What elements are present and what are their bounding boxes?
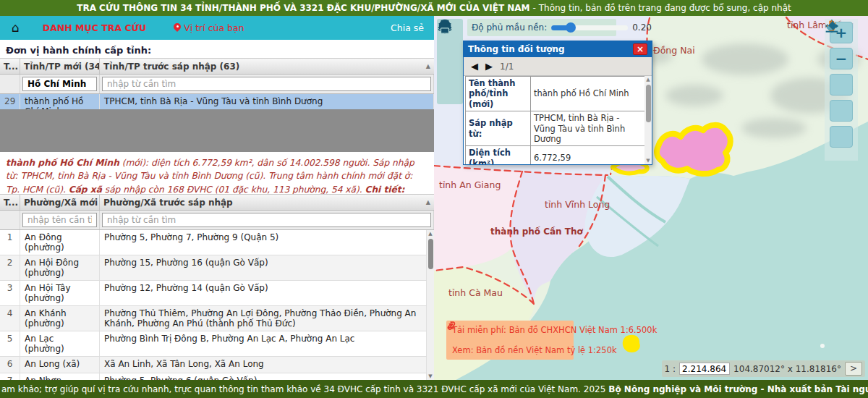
column-header-index[interactable]: T... ⇅ bbox=[0, 59, 20, 74]
opacity-slider[interactable] bbox=[551, 25, 628, 30]
popup-attribute-row: Tên thành phố/tỉnh (mới)thành phố Hồ Chí… bbox=[466, 77, 646, 111]
ward-new-name: An Nhơn (phường) bbox=[20, 373, 100, 380]
column-header-index[interactable]: T... ⇅ bbox=[0, 195, 20, 210]
printer-icon[interactable] bbox=[437, 19, 453, 35]
page-count: 1/1 bbox=[500, 62, 514, 72]
sort-asc-icon: ▲ bbox=[426, 199, 430, 206]
ward-filter-row bbox=[0, 211, 434, 230]
ward-new-name: An Khánh (phường) bbox=[20, 306, 100, 331]
province-description: thành phố Hồ Chí Minh (mới): diện tích 6… bbox=[0, 152, 434, 194]
next-page-icon[interactable]: ▶ bbox=[485, 62, 493, 71]
column-label: Phường/Xã mới bbox=[24, 198, 98, 208]
province-table-header: T... ⇅ Tỉnh/TP mới (34) ▲ Tỉnh/TP trước … bbox=[0, 59, 434, 75]
popup-header[interactable]: Thông tin đối tượng × bbox=[464, 41, 652, 57]
province-old-filter-input[interactable] bbox=[102, 77, 431, 91]
view-link-label: Xem: Bản đồ nền Việt Nam tỷ lệ 1:250k bbox=[452, 345, 617, 355]
location-pin-icon bbox=[174, 23, 181, 33]
zoom-out-button[interactable]: − bbox=[830, 48, 853, 69]
ward-table-row[interactable]: 6An Long (xã)Xã An Linh, Xã Tân Long, Xã… bbox=[0, 357, 427, 373]
app-window: TRA CỨU THÔNG TIN 34 TỈNH/THÀNH PHỐ VÀ 3… bbox=[0, 0, 868, 398]
attribute-value: TPHCM, tỉnh Bà Rịa - Vũng Tàu và tỉnh Bì… bbox=[531, 111, 646, 146]
ward-rows: 1An Đông (phường)Phường 5, Phường 7, Phư… bbox=[0, 230, 427, 380]
small-island bbox=[820, 344, 825, 348]
share-button[interactable]: Chia sẻ bbox=[391, 22, 424, 33]
province-new-filter-input[interactable] bbox=[22, 77, 97, 91]
prev-page-icon[interactable]: ◀ bbox=[471, 62, 478, 71]
row-index: 1 bbox=[0, 230, 20, 255]
attribute-label: Diện tích (km²) bbox=[466, 146, 531, 164]
slider-handle[interactable] bbox=[566, 22, 576, 33]
scroll-up-icon[interactable]: ▲ bbox=[427, 230, 434, 237]
scroll-down-icon[interactable]: ▼ bbox=[427, 373, 434, 380]
description-name: thành phố Hồ Chí Minh bbox=[6, 158, 119, 168]
description-text: sáp nhập còn 168 ĐVHC (01 đặc khu, 113 p… bbox=[102, 185, 365, 195]
download-link-label: Tải miễn phí: Bản đồ CHXHCN Việt Nam 1:6… bbox=[452, 325, 657, 335]
ward-table-header: T... ⇅ Phường/Xã mới ▲ Phường/Xã trước s… bbox=[0, 195, 434, 211]
link-icon bbox=[446, 321, 456, 331]
province-filter-row bbox=[0, 75, 434, 94]
ward-old-names: Phường Bình Trị Đông B, Phường An Lạc A,… bbox=[100, 331, 427, 356]
ward-old-names: Phường 5, Phường 7, Phường 9 (Quận 5) bbox=[100, 230, 427, 255]
footer-publisher: Bộ Nông nghiệp và Môi trường - Nhà xuất … bbox=[608, 384, 868, 394]
attribute-label: Tên thành phố/tỉnh (mới) bbox=[466, 77, 531, 111]
column-header-ward-old[interactable]: Phường/Xã trước sáp nhập ▲ bbox=[100, 195, 434, 210]
column-label: T... bbox=[4, 198, 18, 208]
map-canvas[interactable]: tỉnh Lâm Đồng Đồng Nai tỉnh An Giang tỉn… bbox=[434, 16, 868, 380]
column-header-province-old[interactable]: Tỉnh/TP trước sáp nhập (63) ▲ bbox=[100, 59, 434, 74]
ward-table-scrollbar[interactable]: ▲ ▼ bbox=[427, 230, 434, 380]
column-header-ward-new[interactable]: Phường/Xã mới ▲ bbox=[20, 195, 100, 210]
ward-old-names: Phường Thủ Thiêm, Phường An Lợi Đông, Ph… bbox=[100, 306, 427, 331]
scale-next-button[interactable]: > bbox=[845, 362, 862, 376]
scale-input[interactable] bbox=[679, 363, 730, 375]
ward-table-row[interactable]: 2An Hội Đông (phường)Phường 15, Phường 1… bbox=[0, 255, 427, 281]
ward-new-name: An Long (xã) bbox=[20, 357, 100, 373]
scrollbar-thumb[interactable] bbox=[646, 85, 651, 122]
ward-old-names: Phường 5, Phường 6 (quận Gò Vấp) bbox=[100, 373, 427, 380]
attribute-value: 6.772,59 bbox=[531, 146, 646, 164]
pan-hand-button[interactable] bbox=[830, 100, 853, 122]
scroll-down-icon[interactable]: ▼ bbox=[644, 157, 652, 164]
map-right-toolbar: + − bbox=[825, 19, 858, 161]
row-index: 2 bbox=[0, 255, 20, 280]
nav-bar: ⌂ DANH MỤC TRA CỨU Vị trí của bạn Chia s… bbox=[0, 16, 434, 40]
column-label: Tỉnh/TP mới (34) bbox=[24, 62, 100, 72]
opacity-label: Độ phủ mầu nền: bbox=[472, 22, 547, 33]
popup-scrollbar[interactable]: ▲ ▼ bbox=[644, 76, 652, 164]
ward-new-name: An Đông (phường) bbox=[20, 230, 100, 255]
close-icon[interactable]: × bbox=[633, 43, 647, 55]
ward-table-row[interactable]: 1An Đông (phường)Phường 5, Phường 7, Phư… bbox=[0, 230, 427, 255]
column-header-province-new[interactable]: Tỉnh/TP mới (34) ▲ bbox=[20, 59, 100, 74]
scroll-up-icon[interactable]: ▲ bbox=[644, 76, 652, 83]
download-map-link[interactable]: Tải miễn phí: Bản đồ CHXHCN Việt Nam 1:6… bbox=[452, 325, 568, 335]
home-icon[interactable]: ⌂ bbox=[12, 22, 20, 34]
footer-bar: am khảo; trợ giúp quí vị tra cứu nhanh, … bbox=[0, 380, 868, 398]
popup-attribute-table: Tên thành phố/tỉnh (mới)thành phố Hồ Chí… bbox=[465, 76, 646, 164]
ward-table-head: T... ⇅ Phường/Xã mới ▲ Phường/Xã trước s… bbox=[0, 194, 434, 230]
nav-location-link[interactable]: Vị trí của bạn bbox=[174, 22, 244, 33]
column-label: Tỉnh/TP trước sáp nhập (63) bbox=[103, 62, 239, 72]
popup-body: Tên thành phố/tỉnh (mới)thành phố Hồ Chí… bbox=[464, 76, 652, 164]
ward-new-filter-input[interactable] bbox=[22, 213, 97, 227]
attribute-label: Sáp nhập từ: bbox=[466, 111, 531, 146]
ward-table-row[interactable]: 5An Lạc (phường)Phường Bình Trị Đông B, … bbox=[0, 331, 427, 357]
attribute-value: thành phố Hồ Chí Minh bbox=[531, 77, 646, 111]
ward-table-row[interactable]: 7An Nhơn (phường)Phường 5, Phường 6 (quậ… bbox=[0, 373, 427, 380]
pan-directions-button[interactable] bbox=[830, 74, 853, 96]
ward-table-row[interactable]: 3An Hội Tây (phường)Phường 12, Phường 14… bbox=[0, 281, 427, 306]
map-scale-bar: 1 : 104.87012° x 11.81816° > bbox=[662, 360, 865, 377]
filter-cell-new bbox=[20, 211, 100, 229]
page-title: TRA CỨU THÔNG TIN 34 TỈNH/THÀNH PHỐ VÀ 3… bbox=[77, 3, 529, 13]
column-label: Phường/Xã trước sáp nhập bbox=[103, 198, 233, 208]
footer-text: am khảo; trợ giúp quí vị tra cứu nhanh, … bbox=[1, 384, 605, 394]
nav-menu-link[interactable]: DANH MỤC TRA CỨU bbox=[43, 22, 146, 33]
sort-asc-icon: ▲ bbox=[426, 63, 430, 69]
province-section-heading: Đơn vị hành chính cấp tỉnh: bbox=[6, 45, 151, 56]
erase-button[interactable] bbox=[830, 126, 853, 148]
scrollbar-thumb[interactable] bbox=[428, 239, 433, 269]
eraser-icon bbox=[825, 19, 839, 33]
ward-table-row[interactable]: 4An Khánh (phường)Phường Thủ Thiêm, Phườ… bbox=[0, 306, 427, 331]
scale-prefix: 1 : bbox=[665, 364, 676, 374]
ward-old-filter-input[interactable] bbox=[102, 213, 431, 227]
view-basemap-link[interactable]: Xem: Bản đồ nền Việt Nam tỷ lệ 1:250k bbox=[452, 345, 568, 355]
download-links-box: Tải miễn phí: Bản đồ CHXHCN Việt Nam 1:6… bbox=[446, 321, 574, 360]
